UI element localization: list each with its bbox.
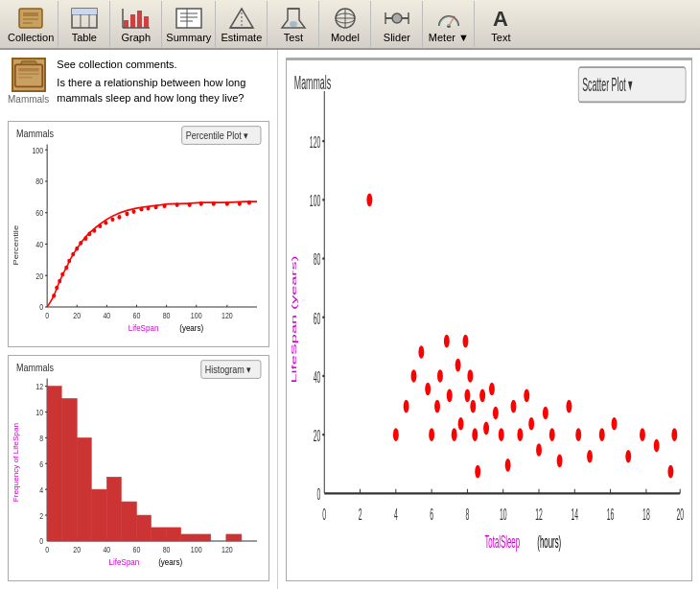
svg-text:TotalSleep: TotalSleep (484, 531, 520, 552)
svg-text:14: 14 (571, 506, 578, 523)
svg-text:LifeSpan: LifeSpan (128, 322, 159, 333)
toolbar-slider[interactable]: Slider (371, 1, 423, 47)
svg-text:4: 4 (394, 506, 398, 523)
percentile-plot: Mammals Percentile Plot ▾ Percentile 0 2… (8, 121, 269, 347)
svg-point-230 (575, 428, 581, 441)
svg-text:10: 10 (35, 409, 43, 418)
svg-point-224 (528, 417, 534, 431)
svg-text:0: 0 (322, 506, 326, 523)
svg-text:80: 80 (163, 545, 171, 554)
svg-point-102 (225, 201, 229, 206)
svg-text:2: 2 (359, 506, 362, 523)
svg-point-87 (92, 228, 96, 233)
svg-rect-1 (23, 12, 38, 16)
svg-text:20: 20 (314, 428, 321, 445)
svg-point-214 (475, 465, 480, 479)
svg-point-213 (472, 428, 478, 441)
svg-rect-147 (152, 528, 167, 541)
toolbar-meter[interactable]: Meter ▼ (423, 1, 475, 47)
svg-point-206 (452, 428, 457, 441)
svg-text:0: 0 (317, 486, 321, 504)
svg-point-91 (117, 215, 121, 220)
toolbar-table[interactable]: Table (58, 1, 110, 47)
svg-point-101 (212, 201, 216, 206)
svg-point-96 (154, 205, 158, 210)
svg-text:Frequency of LifeSpan: Frequency of LifeSpan (12, 423, 20, 502)
svg-point-104 (247, 200, 251, 205)
svg-text:40: 40 (314, 368, 321, 386)
toolbar-summary[interactable]: Summary (162, 1, 216, 47)
svg-point-198 (411, 369, 417, 383)
svg-rect-38 (14, 64, 41, 86)
svg-point-84 (79, 241, 82, 246)
svg-text:12: 12 (535, 506, 543, 523)
collection-info: Mammals See collection comments. Is ther… (8, 58, 269, 113)
svg-point-205 (447, 389, 453, 403)
svg-point-203 (437, 369, 443, 383)
collection-icon (12, 58, 46, 92)
svg-text:100: 100 (32, 146, 43, 155)
svg-rect-149 (181, 534, 197, 541)
svg-text:(years): (years) (158, 556, 182, 567)
svg-point-210 (464, 389, 470, 403)
svg-point-211 (467, 369, 473, 383)
svg-point-234 (625, 450, 631, 463)
svg-point-103 (238, 201, 242, 206)
svg-rect-9 (81, 9, 89, 14)
svg-text:20: 20 (676, 506, 684, 523)
svg-rect-151 (226, 534, 242, 541)
svg-text:60: 60 (133, 311, 141, 320)
svg-point-88 (98, 224, 102, 229)
svg-point-99 (188, 202, 192, 207)
scatter-plot: Mammals Scatter Plot ▾ LifeSpan (years) … (286, 58, 692, 581)
svg-point-197 (404, 400, 409, 413)
svg-point-79 (60, 272, 64, 277)
svg-rect-142 (77, 437, 91, 541)
collection-name: Mammals (8, 94, 49, 105)
svg-rect-14 (144, 16, 149, 28)
toolbar-graph[interactable]: Graph (110, 1, 162, 47)
svg-text:40: 40 (103, 311, 110, 320)
svg-point-218 (493, 407, 499, 420)
svg-text:12: 12 (35, 383, 43, 392)
svg-text:80: 80 (163, 311, 171, 320)
svg-point-77 (55, 286, 58, 291)
svg-point-231 (587, 450, 593, 463)
svg-rect-39 (18, 68, 38, 72)
main-content: Mammals See collection comments. Is ther… (0, 50, 700, 589)
svg-point-199 (418, 345, 424, 359)
svg-rect-3 (23, 22, 33, 24)
svg-point-226 (543, 407, 548, 420)
svg-text:Percentile Plot ▾: Percentile Plot ▾ (186, 130, 248, 141)
svg-text:2: 2 (39, 511, 43, 521)
svg-point-90 (110, 218, 114, 223)
svg-text:Mammals: Mammals (16, 129, 54, 140)
svg-point-212 (470, 400, 476, 413)
svg-point-26 (290, 21, 297, 27)
toolbar-model[interactable]: Model (319, 1, 371, 47)
svg-point-200 (425, 383, 431, 396)
svg-point-232 (599, 428, 605, 441)
toolbar-collection[interactable]: Collection (4, 1, 58, 47)
svg-point-93 (131, 209, 135, 214)
svg-point-236 (654, 439, 660, 453)
svg-text:40: 40 (103, 545, 110, 554)
svg-text:Scatter Plot ▾: Scatter Plot ▾ (582, 74, 633, 95)
svg-rect-148 (167, 528, 181, 541)
svg-rect-144 (106, 477, 121, 541)
svg-rect-40 (18, 73, 38, 75)
svg-text:8: 8 (39, 434, 43, 443)
svg-rect-152 (287, 59, 691, 580)
svg-text:60: 60 (133, 545, 141, 554)
svg-rect-2 (23, 18, 38, 20)
toolbar-estimate[interactable]: Estimate (216, 1, 268, 47)
svg-text:100: 100 (191, 545, 202, 554)
svg-point-201 (429, 428, 434, 441)
svg-point-220 (505, 459, 511, 472)
toolbar-text[interactable]: A Text (475, 1, 526, 47)
svg-text:120: 120 (222, 545, 233, 554)
svg-text:20: 20 (73, 545, 81, 554)
svg-point-209 (463, 335, 469, 348)
toolbar-test[interactable]: Test (268, 1, 319, 47)
svg-point-204 (444, 335, 450, 348)
